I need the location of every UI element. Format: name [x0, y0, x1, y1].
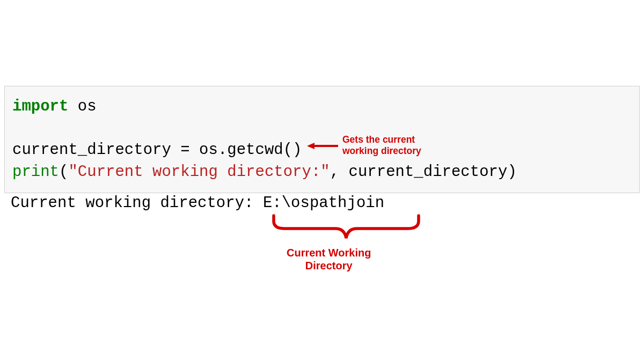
annotation-line-2: working directory — [342, 145, 421, 157]
svg-marker-1 — [307, 143, 314, 149]
code-line-1: import os — [12, 96, 632, 118]
code-block: import os current_directory = os.getcwd(… — [4, 86, 640, 193]
comma-separator: , — [330, 163, 349, 181]
function-print: print — [12, 163, 59, 181]
close-paren: ) — [507, 163, 516, 181]
open-paren: ( — [59, 163, 68, 181]
operator-equals: = — [180, 141, 199, 159]
arrow-icon — [307, 142, 339, 150]
keyword-import: import — [12, 98, 68, 115]
annotation-line-1: Gets the current — [342, 134, 421, 145]
annotation-cwd-label: Current Working Directory — [287, 247, 371, 272]
variable-current-directory: current_directory — [12, 141, 180, 159]
output-text: Current working directory: E:\ospathjoin — [11, 194, 384, 212]
method-getcwd: os.getcwd() — [199, 141, 302, 159]
string-literal: "Current working directory:" — [68, 163, 330, 181]
blank-line — [12, 118, 632, 140]
brace-icon — [268, 214, 424, 246]
annotation-gets-cwd: Gets the current working directory — [342, 134, 421, 156]
module-os: os — [68, 98, 96, 115]
annotation2-line-1: Current Working — [287, 247, 371, 260]
annotation2-line-2: Directory — [287, 260, 371, 273]
arg-current-directory: current_directory — [349, 163, 508, 181]
code-line-4: print("Current working directory:", curr… — [12, 161, 632, 183]
